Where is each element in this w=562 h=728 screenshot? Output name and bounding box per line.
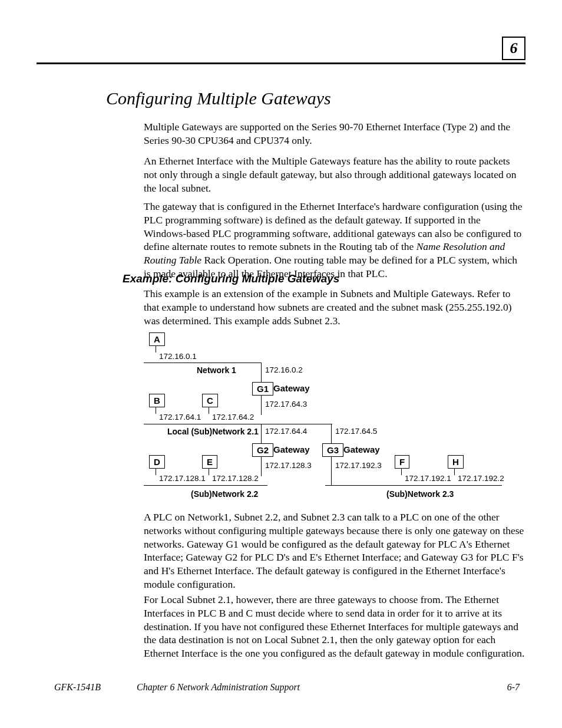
node-a: A bbox=[149, 332, 165, 346]
node-c: C bbox=[202, 394, 218, 407]
ip-f: 172.17.192.1 bbox=[405, 474, 451, 483]
paragraph-3: The gateway that is configured in the Et… bbox=[144, 200, 525, 281]
example-subheading: Example: Configuring Multiple Gateways bbox=[123, 272, 339, 285]
bus-net22 bbox=[144, 485, 267, 486]
node-h: H bbox=[448, 455, 464, 469]
label-gateway2: Gateway bbox=[273, 444, 310, 454]
network-diagram: A 172.16.0.1 Network 1 172.16.0.2 G1 Gat… bbox=[144, 330, 509, 507]
ip-c: 172.17.64.2 bbox=[212, 413, 254, 421]
paragraph-4: This example is an extension of the exam… bbox=[144, 287, 525, 327]
bus-net1 bbox=[144, 363, 262, 363]
drop-g2-bot bbox=[261, 456, 262, 476]
ip-a: 172.16.0.1 bbox=[159, 352, 197, 361]
node-d: D bbox=[149, 455, 165, 469]
drop-g1-bot bbox=[261, 395, 262, 415]
footer-doc-id: GFK-1541B bbox=[54, 682, 101, 693]
node-g2: G2 bbox=[252, 443, 273, 457]
drop-g3-top bbox=[331, 424, 332, 444]
paragraph-1: Multiple Gateways are supported on the S… bbox=[144, 120, 525, 147]
ip-d: 172.17.128.1 bbox=[159, 474, 206, 483]
ip-g1-bot: 172.17.64.3 bbox=[265, 400, 307, 409]
node-g3: G3 bbox=[322, 443, 343, 457]
node-f: F bbox=[395, 455, 409, 469]
chapter-number-box: 6 bbox=[502, 37, 525, 60]
header-rule bbox=[37, 62, 525, 64]
label-gateway3: Gateway bbox=[343, 444, 380, 454]
label-gateway1: Gateway bbox=[273, 383, 310, 393]
footer-page-number: 6-7 bbox=[507, 682, 520, 693]
drop-g1-top bbox=[261, 363, 262, 383]
ip-g3-bot: 172.17.192.3 bbox=[335, 461, 382, 470]
paragraph-2: An Ethernet Interface with the Multiple … bbox=[144, 154, 525, 195]
label-network23: (Sub)Network 2.3 bbox=[386, 489, 454, 499]
label-network1: Network 1 bbox=[197, 365, 236, 375]
ip-g3-top: 172.17.64.5 bbox=[335, 427, 377, 436]
paragraph-5: A PLC on Network1, Subnet 2.2, and Subne… bbox=[144, 510, 525, 591]
bus-net23 bbox=[325, 485, 502, 486]
ip-b: 172.17.64.1 bbox=[159, 413, 201, 421]
page-footer: GFK-1541B Chapter 6 Network Administrati… bbox=[54, 682, 520, 693]
ip-g2-bot: 172.17.128.3 bbox=[265, 461, 312, 470]
ip-e: 172.17.128.2 bbox=[212, 474, 259, 483]
ip-g2-top: 172.17.64.4 bbox=[265, 427, 307, 436]
bus-net21 bbox=[144, 424, 332, 424]
drop-g3-bot bbox=[331, 456, 332, 485]
label-network21: Local (Sub)Network 2.1 bbox=[167, 427, 259, 436]
node-e: E bbox=[202, 455, 217, 469]
paragraph-6: For Local Subnet 2.1, however, there are… bbox=[144, 593, 525, 660]
node-b: B bbox=[149, 394, 165, 407]
label-network22: (Sub)Network 2.2 bbox=[191, 489, 258, 499]
footer-chapter-title: Chapter 6 Network Administration Support bbox=[137, 682, 300, 693]
ip-g1-top: 172.16.0.2 bbox=[265, 365, 303, 374]
node-g1: G1 bbox=[252, 382, 273, 396]
section-heading: Configuring Multiple Gateways bbox=[106, 88, 331, 108]
ip-h: 172.17.192.2 bbox=[458, 474, 504, 483]
drop-g2-top bbox=[261, 424, 262, 444]
